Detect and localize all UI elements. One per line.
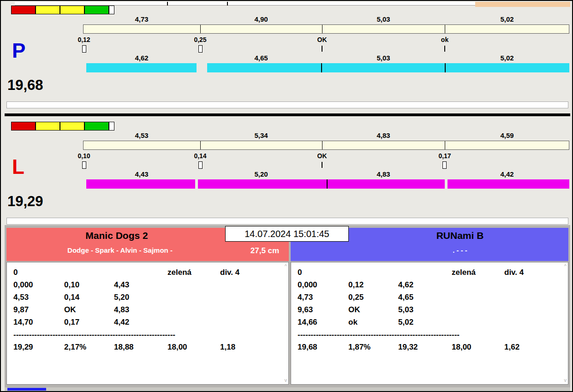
changeover-mark: ok	[431, 36, 459, 43]
color-label: zelená	[167, 266, 220, 279]
result-row: 4,73 0,25 4,65	[298, 291, 568, 303]
team-right-name: RUNami B	[352, 230, 568, 241]
lane-l-run-times: 4,43 5,20 4,83 4,42	[83, 170, 569, 178]
changeover-tick-line	[322, 46, 322, 52]
changeover-tick-box	[82, 161, 86, 169]
team-left-lineup: Dodge - Spark - Alvin - Sajmon -	[6, 246, 233, 254]
time-value: 5,03	[322, 15, 445, 23]
scroll-up-icon[interactable]: ^	[564, 264, 567, 269]
run-segment	[86, 63, 197, 72]
lane-p-segment-bar	[83, 24, 569, 34]
result-row: 9,87 OK 4,83	[13, 303, 288, 316]
timing-app-window: P 4,73 4,90 5,03 5,02 0,12 0,25 OK ok 4,…	[0, 0, 573, 392]
separator-row: ----------------------------------------…	[13, 328, 288, 341]
team-right-results-table: 0 zelená div. 4 0,000 0,12 4,62 4,73 0,2…	[291, 262, 568, 353]
changeover-mark: 0,17	[431, 152, 459, 160]
changeover-tick-line	[444, 46, 445, 52]
segment-separator	[200, 25, 201, 33]
run-segment	[198, 179, 327, 189]
run-segment	[207, 63, 321, 72]
result-row: 9,63 OK 5,03	[298, 303, 568, 316]
results-section: Manic Dogs 2 Dodge - Spark - Alvin - Saj…	[5, 225, 570, 387]
segment-separator	[445, 25, 445, 33]
time-value: 4,83	[322, 170, 445, 178]
result-header-row: 0 zelená div. 4	[298, 266, 568, 279]
result-row: 0,000 0,12 4,62	[298, 279, 568, 291]
run-segment	[448, 179, 569, 189]
team-right-lineup: . - - -	[352, 246, 568, 254]
result-row: 4,53 0,14 5,20	[13, 291, 288, 303]
division-label: div. 4	[504, 266, 568, 279]
run-segment	[322, 63, 445, 72]
tab-divider-tick	[167, 2, 168, 6]
scroll-down-icon[interactable]: v	[564, 378, 567, 383]
segment-separator	[200, 141, 201, 149]
run-segment	[86, 179, 195, 189]
status-chip	[7, 388, 46, 391]
changeover-mark: OK	[308, 36, 336, 43]
lane-l-status-strip	[6, 218, 568, 225]
segment-separator	[322, 25, 322, 33]
start-light-red	[11, 6, 36, 14]
team-left-name: Manic Dogs 2	[6, 230, 227, 241]
changeover-mark: OK	[308, 152, 336, 160]
lane-p-changeover-marks: 0,12 0,25 OK ok	[1, 36, 573, 43]
start-lights-p	[11, 6, 114, 14]
scroll-down-icon[interactable]: v	[285, 378, 287, 383]
run-segment	[446, 63, 569, 72]
time-value: 4,59	[445, 131, 569, 139]
scroll-up-icon[interactable]: ^	[285, 264, 287, 269]
tab-divider-tick	[227, 2, 228, 6]
start-light-stub	[109, 122, 114, 131]
start-light-yellow-2	[60, 122, 84, 131]
time-value: 4,65	[200, 54, 322, 62]
result-row: 14,70 0,17 4,42	[13, 316, 288, 328]
start-light-yellow-2	[60, 6, 84, 14]
team-left-results-panel[interactable]: 0 zelená div. 4 0,000 0,10 4,43 4,53 0,1…	[6, 262, 289, 385]
lane-l-segment-bar	[83, 141, 569, 150]
totals-row: 19,29 2,17% 18,88 18,00 1,18	[13, 341, 288, 353]
changeover-mark: 0,12	[70, 36, 98, 43]
time-value: 5,02	[445, 54, 569, 62]
start-light-yellow-1	[36, 6, 60, 14]
start-light-green	[84, 6, 109, 14]
lane-p-total-time: 19,68	[7, 77, 43, 94]
lead-value: 0	[13, 266, 64, 279]
lane-l-changeover-marks: 0,10 0,14 OK 0,17	[1, 152, 573, 160]
run-segment	[328, 179, 445, 189]
top-tab-strip	[15, 2, 475, 6]
lane-l-total-time: 19,29	[7, 193, 43, 210]
changeover-mark: 0,14	[186, 152, 214, 160]
time-value: 4,83	[322, 131, 445, 139]
separator-row: ----------------------------------------…	[298, 328, 568, 341]
start-light-stub	[109, 6, 114, 14]
hurdle-height-label: 27,5 cm	[235, 246, 294, 255]
bottom-status-bar	[5, 387, 570, 391]
changeover-tick-box	[198, 45, 203, 53]
changeover-mark: 0,10	[70, 152, 98, 160]
time-value: 4,43	[83, 170, 200, 178]
datetime-display: 14.07.2024 15:01:45	[225, 226, 349, 242]
team-right-results-panel[interactable]: 0 zelená div. 4 0,000 0,12 4,62 4,73 0,2…	[291, 262, 568, 385]
time-value: 4,90	[200, 15, 322, 23]
time-value: 5,20	[200, 170, 322, 178]
result-row: 14,66 ok 5,02	[298, 316, 568, 328]
time-value: 5,03	[322, 54, 445, 62]
lane-p-mark-ticks	[1, 45, 573, 53]
lane-p-measured-times: 4,73 4,90 5,03 5,02	[83, 15, 569, 23]
changeover-tick-box	[442, 161, 447, 169]
lane-l: L 4,53 5,34 4,83 4,59 0,10 0,14 OK 0,17 …	[1, 122, 573, 231]
changeover-tick-box	[82, 45, 86, 53]
start-light-yellow-1	[36, 122, 60, 131]
segment-separator	[445, 141, 445, 149]
time-value: 4,53	[83, 131, 200, 139]
team-left-results-table: 0 zelená div. 4 0,000 0,10 4,43 4,53 0,1…	[7, 262, 288, 353]
result-header-row: 0 zelená div. 4	[13, 266, 288, 279]
segment-separator	[322, 141, 322, 149]
start-light-green	[84, 122, 109, 131]
lane-p-run-bar	[86, 63, 569, 72]
changeover-tick-box	[198, 161, 203, 169]
lane-p: P 4,73 4,90 5,03 5,02 0,12 0,25 OK ok 4,…	[1, 6, 573, 114]
time-value: 5,02	[445, 15, 569, 23]
lane-l-measured-times: 4,53 5,34 4,83 4,59	[83, 131, 569, 139]
